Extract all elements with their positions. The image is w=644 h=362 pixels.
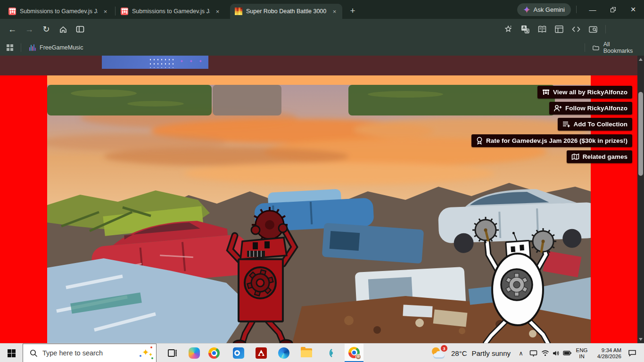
profile-badge <box>355 354 361 360</box>
browser-toolbar: ← → ↻ rickyalfonzo.itch.io/super-robo-de… <box>0 19 644 40</box>
refresh-button[interactable]: ↻ <box>39 22 54 37</box>
tab-title: Submissions to Gamedev.js Jam <box>20 8 98 15</box>
map-icon <box>571 153 579 160</box>
scroll-up-arrow[interactable] <box>639 58 643 61</box>
waves-app-button[interactable] <box>321 344 339 362</box>
chrome-button[interactable] <box>205 344 223 362</box>
chrome-active-window-button[interactable] <box>345 344 363 362</box>
scroll-down-arrow[interactable] <box>639 338 643 341</box>
side-search-icon <box>588 25 598 33</box>
award-icon <box>476 137 483 145</box>
new-tab-button[interactable]: + <box>346 4 359 17</box>
apps-grid-button[interactable] <box>7 44 13 51</box>
button-label: Follow RickyAlfonzo <box>565 105 627 112</box>
notification-badge: 3 <box>441 345 447 352</box>
search-input[interactable] <box>42 349 137 357</box>
waves-app-icon <box>324 347 336 359</box>
taskbar-search[interactable]: ✦ ✦ <box>23 344 157 362</box>
tab-strip: Submissions to Gamedev.js Jam × Submissi… <box>0 0 644 19</box>
tab-submissions-1[interactable]: Submissions to Gamedev.js Jam × <box>4 4 113 19</box>
ask-gemini-label: Ask Gemini <box>534 6 565 13</box>
tab-close-icon[interactable]: × <box>330 8 339 16</box>
side-panel-icon <box>76 25 84 33</box>
back-button[interactable]: ← <box>5 22 20 37</box>
equalizer-icon <box>29 44 36 51</box>
translate-extension-button[interactable] <box>519 23 532 36</box>
restore-button[interactable] <box>605 0 621 19</box>
gemini-sparkle-icon <box>523 6 530 13</box>
playlist-add-icon <box>562 121 570 128</box>
tab-submissions-2[interactable]: Submissions to Gamedev.js Jam × <box>116 4 225 19</box>
language-region: IN <box>573 354 590 359</box>
cast-tray-icon[interactable] <box>527 344 539 362</box>
language-indicator[interactable]: ENG IN <box>573 344 590 362</box>
tab-title: Super Robo Death Battle 3000! <box>246 8 327 15</box>
windows-taskbar: ✦ ✦ 3 28°C Partly sunny ∧ <box>0 343 644 362</box>
add-to-collection-button[interactable]: Add To Collection <box>558 118 633 131</box>
tray-chevron-button[interactable]: ∧ <box>515 344 527 362</box>
code-extension-button[interactable] <box>570 23 583 36</box>
tab-super-robo-active[interactable]: Super Robo Death Battle 3000! × <box>230 4 342 19</box>
person-add-icon <box>554 105 562 112</box>
side-search-extension-button[interactable] <box>586 23 600 36</box>
weather-icon: 3 <box>431 346 446 360</box>
scrollbar-thumb[interactable] <box>638 92 643 176</box>
outlook-button[interactable] <box>229 344 248 362</box>
star-sparkle-icon <box>504 25 513 34</box>
forward-button[interactable]: → <box>22 22 37 37</box>
volume-tray-icon[interactable] <box>550 344 562 362</box>
battery-tray-icon[interactable] <box>561 344 573 362</box>
layout-extension-button[interactable] <box>553 23 566 36</box>
language-code: ENG <box>573 347 590 353</box>
clock-date: 4/28/2026 <box>592 354 621 359</box>
bookmark-label: FreeGameMusic <box>40 44 83 51</box>
acrobat-button[interactable] <box>252 344 271 362</box>
code-icon <box>571 25 581 33</box>
bookmark-suggest-extension-button[interactable] <box>502 23 515 36</box>
jam-banner[interactable]: ✦ ✦ ✦ <box>102 56 208 69</box>
minimize-button[interactable]: — <box>585 0 601 19</box>
weather-desc: Partly sunny <box>472 349 511 357</box>
taskbar-clock[interactable]: 9:34 AM 4/28/2026 <box>592 344 621 362</box>
taskbar-weather[interactable]: 3 28°C Partly sunny <box>431 344 511 362</box>
related-games-button[interactable]: Related games <box>567 150 632 163</box>
button-label: Rate for Gamedev.js Jam 2026 ($30k in pr… <box>486 137 627 144</box>
task-view-button[interactable] <box>163 344 182 362</box>
follow-button[interactable]: Follow RickyAlfonzo <box>549 102 632 115</box>
folder-icon <box>592 44 600 51</box>
all-bookmarks-button[interactable]: All Bookmarks <box>588 42 644 53</box>
page-right-margin <box>591 75 637 343</box>
page-left-margin <box>0 75 47 343</box>
action-center-button[interactable] <box>626 344 638 362</box>
task-view-icon <box>167 348 178 358</box>
file-explorer-button[interactable] <box>297 344 316 362</box>
button-label: Related games <box>583 153 627 160</box>
divider <box>21 43 21 52</box>
start-button[interactable] <box>0 344 23 362</box>
banner-sparkles: ✦ ✦ ✦ <box>180 59 205 64</box>
bookmark-freegamemusic[interactable]: FreeGameMusic <box>25 42 87 53</box>
close-window-button[interactable]: × <box>625 0 641 19</box>
view-all-button[interactable]: View all by RickyAlfonzo <box>537 86 632 99</box>
copilot-button[interactable] <box>185 344 204 362</box>
restore-icon <box>611 7 616 12</box>
reading-list-extension-button[interactable] <box>536 23 549 36</box>
file-explorer-icon <box>301 348 312 358</box>
page-content: ✦ ✦ ✦ <box>0 56 644 343</box>
divider <box>605 25 606 33</box>
ask-gemini-button[interactable]: Ask Gemini <box>517 3 571 16</box>
edge-button[interactable] <box>274 344 293 362</box>
itch-favicon <box>121 8 128 15</box>
divider <box>576 6 577 13</box>
tab-close-icon[interactable]: × <box>101 8 109 16</box>
all-bookmarks-label: All Bookmarks <box>603 41 640 54</box>
acrobat-icon <box>256 347 267 359</box>
tab-close-icon[interactable]: × <box>214 8 222 16</box>
home-button[interactable] <box>56 22 71 37</box>
side-panel-button[interactable] <box>73 22 88 37</box>
page-scrollbar[interactable] <box>637 56 644 343</box>
button-label: View all by RickyAlfonzo <box>553 89 627 96</box>
translate-icon <box>520 25 530 34</box>
rate-for-jam-button[interactable]: Rate for Gamedev.js Jam 2026 ($30k in pr… <box>471 134 632 147</box>
table-icon <box>554 25 564 33</box>
